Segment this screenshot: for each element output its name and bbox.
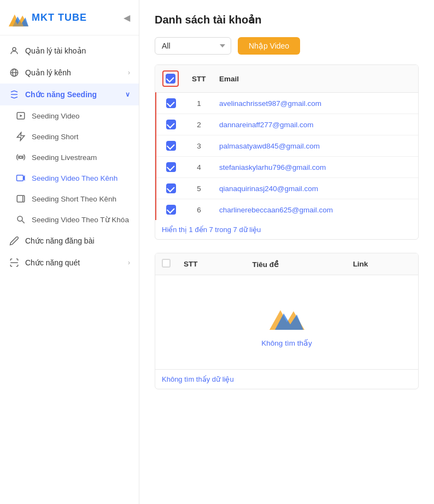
table-row: 5 qianaquirinasj240@gmail.com	[156, 178, 418, 199]
row-stt-4: 4	[185, 157, 213, 178]
filter-bar: All Active Inactive Nhập Video	[155, 37, 419, 55]
svg-rect-10	[17, 175, 24, 181]
svg-marker-8	[20, 115, 23, 117]
accounts-header-checkbox	[156, 65, 185, 93]
select-all-checkbox[interactable]	[166, 74, 175, 84]
sidebar-item-seeding-short-kenh-label: Seeding Short Theo Kênh	[32, 195, 116, 203]
logo-text: MKT TUBE	[32, 12, 87, 23]
short-icon	[15, 131, 26, 142]
radio-icon	[15, 152, 26, 163]
svg-point-9	[20, 156, 22, 159]
videos-no-data-text: Không tìm thấy dữ liệu	[155, 369, 418, 389]
row-checkbox-6[interactable]	[166, 205, 176, 215]
sidebar-item-seeding-video-kenh-label: Seeding Video Theo Kênh	[32, 174, 118, 182]
table-row: 3 palmasatyawd845@gmail.com	[156, 135, 418, 157]
sidebar-menu: Quản lý tài khoản Quản lý kênh › Chức nă…	[0, 35, 139, 504]
sidebar-item-seeding-livestream-label: Seeding Livestream	[32, 153, 97, 162]
sidebar-item-seeding-video[interactable]: Seeding Video	[0, 105, 139, 126]
videos-table-section: STT Tiêu đề Link	[155, 253, 419, 389]
table-row: 2 dannareinaff277@gmail.com	[156, 114, 418, 135]
logo-area: MKT TUBE	[9, 8, 87, 27]
row-email-2: dannareinaff277@gmail.com	[213, 114, 418, 135]
svg-line-14	[22, 221, 25, 223]
svg-point-3	[13, 48, 16, 51]
video-channel-icon	[15, 173, 26, 183]
videos-header-stt: STT	[177, 253, 246, 275]
videos-header-title: Tiêu đề	[246, 253, 347, 275]
logo-icon	[9, 8, 28, 27]
accounts-pagination: Hiển thị 1 đến 7 trong 7 dữ liệu	[155, 220, 418, 239]
row-checkbox-2[interactable]	[166, 120, 176, 129]
row-email-4: stefaniaskylarhu796@gmail.com	[213, 157, 418, 178]
sidebar-item-account[interactable]: Quản lý tài khoản	[0, 40, 139, 62]
table-row: 4 stefaniaskylarhu796@gmail.com	[156, 157, 418, 178]
sidebar-item-post-label: Chức năng đăng bài	[25, 236, 95, 245]
table-row: 6 charlinerebeccaan625@gmail.com	[156, 199, 418, 221]
sidebar-item-post[interactable]: Chức năng đăng bài	[0, 230, 139, 252]
sidebar-item-seeding-video-keyword[interactable]: Seeding Video Theo Từ Khóa	[0, 209, 139, 230]
sidebar-item-seeding-short-kenh[interactable]: Seeding Short Theo Kênh	[0, 188, 139, 209]
chevron-right-icon: ›	[128, 69, 130, 76]
videos-empty-state: Không tìm thấy	[155, 275, 418, 369]
account-filter-dropdown[interactable]: All Active Inactive	[155, 37, 231, 55]
row-stt-2: 2	[185, 114, 213, 135]
row-stt-3: 3	[185, 135, 213, 157]
short-channel-icon	[15, 193, 26, 204]
chevron-down-icon: ∨	[125, 91, 130, 98]
sidebar-item-seeding-short[interactable]: Seeding Short	[0, 126, 139, 147]
sidebar-item-seeding-video-kenh[interactable]: Seeding Video Theo Kênh	[0, 168, 139, 188]
table-row: 1 avelinachrisset987@gmail.com	[156, 93, 418, 114]
sidebar-item-scan[interactable]: Chức năng quét ›	[0, 252, 139, 274]
sidebar-item-seeding-video-label: Seeding Video	[32, 112, 80, 120]
import-video-button[interactable]: Nhập Video	[238, 37, 300, 55]
scan-icon	[9, 257, 20, 268]
row-checkbox-1[interactable]	[166, 98, 176, 108]
sidebar-item-channel[interactable]: Quản lý kênh ›	[0, 62, 139, 84]
row-stt-6: 6	[185, 199, 213, 221]
row-stt-1: 1	[185, 93, 213, 114]
globe-icon	[9, 67, 20, 78]
empty-state-logo	[269, 297, 304, 332]
row-stt-5: 5	[185, 178, 213, 199]
row-checkbox-4[interactable]	[166, 162, 176, 172]
collapse-sidebar-button[interactable]: ◀	[124, 13, 130, 23]
sidebar-logo: MKT TUBE ◀	[0, 0, 139, 35]
row-checkbox-5[interactable]	[166, 183, 176, 193]
row-email-3: palmasatyawd845@gmail.com	[213, 135, 418, 157]
sidebar-item-seeding[interactable]: Chức năng Seeding ∨	[0, 84, 139, 105]
videos-header-link: Link	[347, 253, 418, 275]
accounts-table: STT Email 1 avelinachrisset987@gmail.com	[155, 65, 418, 220]
accounts-table-section: STT Email 1 avelinachrisset987@gmail.com	[155, 64, 419, 240]
seeding-icon	[9, 89, 20, 100]
accounts-table-wrapper: STT Email 1 avelinachrisset987@gmail.com	[155, 64, 419, 240]
videos-empty-sub-text: Không tìm thấy	[261, 339, 312, 347]
play-icon	[15, 110, 26, 121]
sidebar-item-scan-label: Chức năng quét	[25, 258, 80, 267]
post-icon	[9, 235, 20, 246]
user-icon	[9, 45, 20, 56]
main-content: Danh sách tài khoản All Active Inactive …	[139, 0, 434, 504]
row-email-1: avelinachrisset987@gmail.com	[213, 93, 418, 114]
sidebar-item-seeding-video-keyword-label: Seeding Video Theo Từ Khóa	[32, 215, 129, 224]
row-checkbox-3[interactable]	[166, 141, 176, 151]
row-email-5: qianaquirinasj240@gmail.com	[213, 178, 418, 199]
sidebar-item-channel-label: Quản lý kênh	[25, 68, 71, 77]
sidebar-item-seeding-livestream[interactable]: Seeding Livestream	[0, 147, 139, 168]
accounts-header-stt: STT	[185, 65, 213, 93]
videos-select-all-checkbox[interactable]	[162, 259, 171, 268]
sidebar-item-seeding-short-label: Seeding Short	[32, 133, 79, 141]
videos-table-wrapper: STT Tiêu đề Link	[155, 253, 419, 389]
svg-rect-12	[17, 195, 23, 202]
search-video-icon	[15, 214, 26, 225]
page-title: Danh sách tài khoản	[155, 13, 419, 26]
svg-point-13	[17, 216, 22, 221]
sidebar-item-seeding-label: Chức năng Seeding	[25, 90, 97, 99]
videos-header-checkbox	[155, 253, 177, 275]
accounts-header-email: Email	[213, 65, 418, 93]
videos-empty-row: Không tìm thấy	[155, 275, 418, 370]
sidebar: MKT TUBE ◀ Quản lý tài khoản Quản lý kên…	[0, 0, 139, 504]
chevron-right-scan-icon: ›	[128, 259, 130, 266]
row-email-6: charlinerebeccaan625@gmail.com	[213, 199, 418, 221]
videos-table: STT Tiêu đề Link	[155, 253, 418, 369]
sidebar-item-account-label: Quản lý tài khoản	[25, 46, 86, 55]
